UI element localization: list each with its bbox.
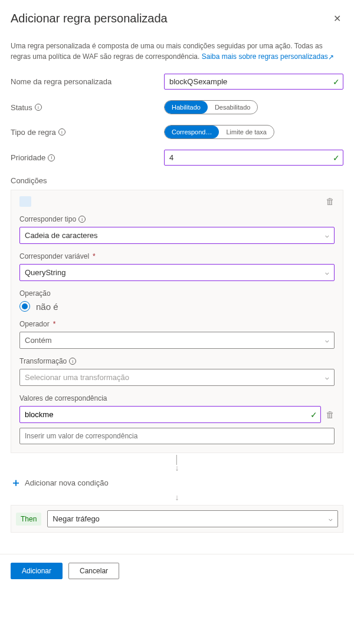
check-icon: ✓ — [310, 410, 317, 420]
cancel-button[interactable]: Cancelar — [68, 563, 119, 579]
transformation-select[interactable]: Selecionar uma transformação ⌵ — [19, 369, 335, 386]
plus-icon: ＋ — [11, 475, 21, 490]
match-value-new-input[interactable] — [19, 428, 335, 444]
operation-option-label: não é — [36, 302, 58, 312]
match-variable-label: Corresponder variável* — [19, 252, 335, 260]
connector-line: │ ↓ — [11, 455, 343, 472]
info-icon: i — [69, 358, 76, 365]
status-enabled[interactable]: Habilitado — [165, 101, 208, 114]
match-type-select[interactable]: Cadeia de caracteres ⌵ — [19, 227, 335, 244]
priority-label: Prioridade i — [11, 153, 164, 162]
info-icon: i — [58, 128, 65, 136]
external-link-icon: ↗ — [328, 52, 334, 58]
rule-type-rate[interactable]: Limite de taxa — [219, 126, 273, 138]
status-toggle[interactable]: Habilitado Desabilitado — [164, 100, 258, 114]
then-row: Then Negar tráfego ⌵ — [11, 505, 343, 533]
rule-name-input[interactable] — [164, 74, 343, 90]
if-badge — [19, 196, 31, 207]
operator-label: Operador* — [19, 320, 335, 328]
operation-label: Operação — [19, 289, 335, 298]
rule-name-label: Nome da regra personalizada — [11, 77, 164, 86]
add-condition-button[interactable]: ＋ Adicionar nova condição — [11, 475, 343, 490]
trash-icon[interactable]: 🗑 — [326, 409, 335, 420]
rule-type-label: Tipo de regra i — [11, 128, 164, 137]
learn-more-link[interactable]: Saiba mais sobre regras personalizadas ↗ — [202, 52, 334, 61]
panel-title: Adicionar regra personalizada — [11, 12, 168, 25]
chevron-down-icon: ⌵ — [325, 232, 329, 239]
rule-type-match[interactable]: Correspond… — [165, 126, 219, 138]
match-values-label: Valores de correspondência — [19, 394, 335, 402]
operator-select[interactable]: Contém ⌵ — [19, 332, 335, 349]
rule-type-toggle[interactable]: Correspond… Limite de taxa — [164, 125, 274, 139]
info-icon: i — [78, 216, 86, 223]
transformation-label: Transformação i — [19, 357, 335, 365]
check-icon: ✓ — [333, 153, 340, 163]
action-select[interactable]: Negar tráfego ⌵ — [47, 510, 338, 527]
match-type-label: Corresponder tipo i — [19, 215, 335, 223]
status-disabled[interactable]: Desabilitado — [208, 101, 258, 114]
trash-icon[interactable]: 🗑 — [326, 196, 335, 206]
chevron-down-icon: ⌵ — [325, 374, 329, 381]
match-value-input[interactable] — [19, 406, 321, 423]
close-icon[interactable]: ✕ — [331, 11, 343, 27]
then-badge: Then — [16, 513, 41, 526]
chevron-down-icon: ⌵ — [325, 336, 329, 344]
connector-line: ↓ — [11, 493, 343, 501]
chevron-down-icon: ⌵ — [329, 515, 333, 523]
intro-text: Uma regra personalizada é composta de um… — [11, 41, 343, 62]
conditions-container: 🗑 Corresponder tipo i Cadeia de caracter… — [11, 190, 343, 453]
check-icon: ✓ — [333, 77, 340, 87]
info-icon: i — [48, 154, 55, 161]
info-icon: i — [35, 104, 42, 111]
match-variable-select[interactable]: QueryString ⌵ — [19, 264, 335, 281]
chevron-down-icon: ⌵ — [325, 269, 329, 276]
radio-icon[interactable] — [19, 301, 30, 312]
priority-input[interactable] — [164, 150, 343, 166]
conditions-section-label: Condições — [11, 176, 343, 185]
add-button[interactable]: Adicionar — [11, 563, 63, 579]
operation-radio[interactable]: não é — [19, 301, 335, 312]
status-label: Status i — [11, 103, 164, 112]
